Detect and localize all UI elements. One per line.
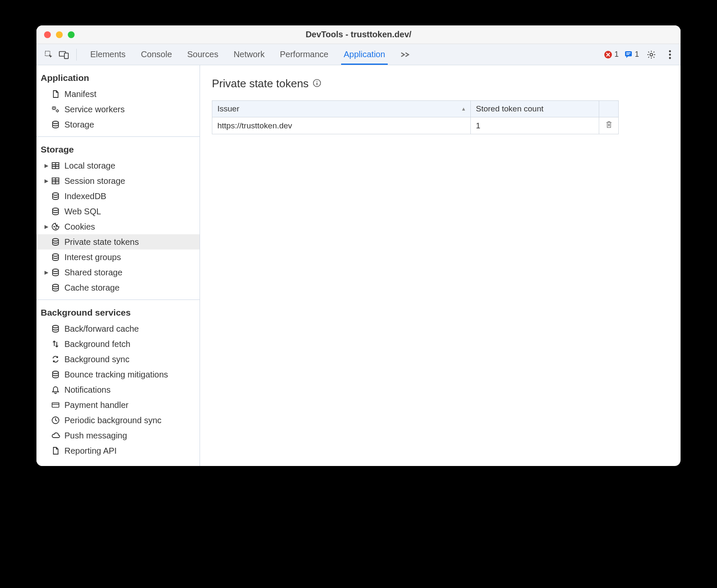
svg-point-19	[56, 228, 56, 229]
tab-application[interactable]: Application	[336, 44, 393, 65]
minimize-icon[interactable]	[56, 31, 63, 38]
sort-asc-icon: ▲	[461, 106, 466, 112]
spacer: ▶	[43, 402, 49, 408]
sidebar-item-interest-groups[interactable]: ▶Interest groups	[36, 250, 200, 265]
error-badge[interactable]: 1	[604, 50, 619, 59]
col-count[interactable]: Stored token count	[471, 101, 599, 117]
info-icon[interactable]	[313, 77, 321, 90]
spacer: ▶	[43, 387, 49, 393]
sidebar-item-storage[interactable]: ▶Storage	[36, 117, 200, 132]
chevron-right-icon[interactable]: ▶	[43, 224, 49, 230]
sidebar-item-notifications[interactable]: ▶Notifications	[36, 382, 200, 397]
db-icon	[50, 192, 61, 200]
sidebar-item-label: Session storage	[64, 176, 125, 186]
cell-issuer: https://trusttoken.dev	[212, 117, 471, 134]
spacer: ▶	[43, 122, 49, 128]
sidebar-item-back-forward-cache[interactable]: ▶Back/forward cache	[36, 321, 200, 336]
spacer: ▶	[43, 106, 49, 112]
sidebar-item-periodic-background-sync[interactable]: ▶Periodic background sync	[36, 413, 200, 428]
sidebar-item-background-fetch[interactable]: ▶Background fetch	[36, 336, 200, 352]
db-icon	[50, 120, 61, 129]
sidebar-item-cookies[interactable]: ▶Cookies	[36, 219, 200, 234]
main-panel: Private state tokens Issuer ▲ Stored tok…	[200, 65, 681, 466]
close-icon[interactable]	[44, 31, 51, 38]
tab-console[interactable]: Console	[133, 44, 179, 65]
tab-elements[interactable]: Elements	[83, 44, 133, 65]
sidebar-item-shared-storage[interactable]: ▶Shared storage	[36, 265, 200, 280]
inspect-icon[interactable]	[42, 48, 55, 61]
sidebar-item-web-sql[interactable]: ▶Web SQL	[36, 204, 200, 219]
tab-network[interactable]: Network	[226, 44, 272, 65]
cloud-icon	[50, 432, 61, 439]
spacer: ▶	[43, 254, 49, 260]
db-icon	[50, 268, 61, 277]
cell-actions	[599, 117, 619, 134]
kebab-menu-icon[interactable]	[664, 48, 676, 61]
db-icon	[50, 283, 61, 292]
db-icon	[50, 370, 61, 379]
sidebar-item-label: Web SQL	[64, 207, 101, 216]
chevron-right-icon[interactable]: ▶	[43, 269, 49, 275]
panel-title: Private state tokens	[212, 77, 673, 90]
device-toggle-icon[interactable]	[58, 48, 70, 61]
section-title: Storage	[36, 142, 200, 158]
sidebar-item-reporting-api[interactable]: ▶Reporting API	[36, 443, 200, 458]
chevron-right-icon[interactable]: ▶	[43, 178, 49, 184]
db-icon	[50, 253, 61, 261]
zoom-icon[interactable]	[68, 31, 75, 38]
sidebar-item-label: Background fetch	[64, 339, 131, 349]
spacer: ▶	[43, 326, 49, 332]
tab-sources[interactable]: Sources	[180, 44, 226, 65]
sidebar-item-local-storage[interactable]: ▶Local storage	[36, 158, 200, 173]
sync-icon	[50, 355, 61, 363]
sidebar-item-label: Payment handler	[64, 400, 128, 410]
bell-icon	[50, 386, 61, 394]
gear-icon[interactable]	[645, 48, 658, 61]
svg-point-24	[53, 284, 58, 287]
gears-icon	[50, 105, 61, 114]
sidebar-item-session-storage[interactable]: ▶Session storage	[36, 173, 200, 189]
db-icon	[50, 207, 61, 216]
toolbar: Elements Console Sources Network Perform…	[36, 44, 681, 65]
sidebar-item-label: Local storage	[64, 161, 115, 171]
table-icon	[50, 161, 61, 170]
sidebar-item-label: Private state tokens	[64, 237, 139, 247]
sidebar-item-bounce-tracking-mitigations[interactable]: ▶Bounce tracking mitigations	[36, 367, 200, 382]
col-issuer[interactable]: Issuer ▲	[212, 101, 471, 117]
spacer: ▶	[43, 448, 49, 454]
sidebar-item-manifest[interactable]: ▶Manifest	[36, 86, 200, 102]
sidebar-item-background-sync[interactable]: ▶Background sync	[36, 352, 200, 367]
error-count: 1	[614, 50, 619, 59]
tokens-table: Issuer ▲ Stored token count https://trus…	[212, 100, 619, 134]
sidebar-item-push-messaging[interactable]: ▶Push messaging	[36, 428, 200, 443]
more-tabs-icon[interactable]	[393, 44, 417, 65]
sidebar-item-indexeddb[interactable]: ▶IndexedDB	[36, 189, 200, 204]
card-icon	[50, 401, 61, 409]
svg-rect-5	[626, 53, 631, 53]
sidebar-item-cache-storage[interactable]: ▶Cache storage	[36, 280, 200, 295]
sidebar-item-label: Shared storage	[64, 268, 122, 277]
sidebar-item-label: Manifest	[64, 89, 97, 99]
trash-icon[interactable]	[606, 121, 612, 130]
cell-count: 1	[471, 117, 599, 134]
svg-point-25	[53, 325, 58, 328]
sidebar-item-label: Background sync	[64, 355, 129, 364]
issue-badge[interactable]: 1	[625, 50, 639, 59]
sidebar-item-service-workers[interactable]: ▶Service workers	[36, 102, 200, 117]
file-icon	[50, 447, 61, 455]
spacer: ▶	[43, 372, 49, 377]
col-actions	[599, 101, 619, 117]
separator	[76, 49, 77, 61]
svg-point-18	[54, 226, 55, 227]
traffic-lights	[36, 31, 75, 38]
sidebar-item-payment-handler[interactable]: ▶Payment handler	[36, 397, 200, 413]
tab-performance[interactable]: Performance	[272, 44, 336, 65]
sidebar-item-label: Bounce tracking mitigations	[64, 370, 168, 380]
svg-point-13	[53, 121, 58, 124]
sidebar-item-private-state-tokens[interactable]: ▶Private state tokens	[36, 234, 200, 250]
svg-rect-2	[64, 53, 68, 58]
table-row[interactable]: https://trusttoken.dev1	[212, 117, 619, 134]
chevron-right-icon[interactable]: ▶	[43, 163, 49, 169]
titlebar: DevTools - trusttoken.dev/	[36, 25, 681, 44]
svg-point-21	[53, 239, 58, 241]
